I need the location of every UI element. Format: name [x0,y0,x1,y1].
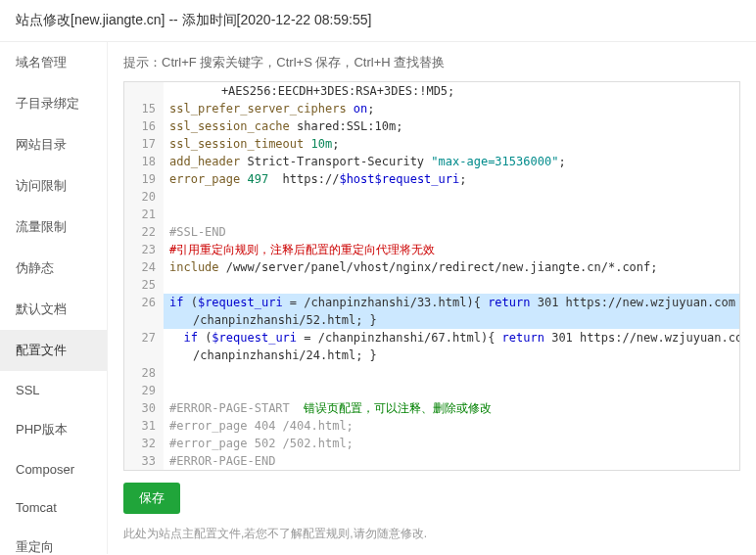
sidebar-item-5[interactable]: 伪静态 [0,248,107,289]
line-number: 20 [132,188,156,206]
line-number: 16 [132,117,156,135]
line-number [132,82,156,100]
footnote: 此处为站点主配置文件,若您不了解配置规则,请勿随意修改. [123,526,740,542]
line-number [132,347,156,364]
dialog-header: 站点修改[new.jiangte.cn] -- 添加时间[2020-12-22 … [0,0,756,42]
save-button[interactable]: 保存 [123,483,180,514]
line-number [132,311,156,329]
line-number: 24 [132,258,156,276]
sidebar-item-7[interactable]: 配置文件 [0,330,107,371]
code-line[interactable]: if ($request_uri = /chanpinzhanshi/67.ht… [164,329,740,347]
line-number: 31 [132,417,156,435]
main-panel: 提示：Ctrl+F 搜索关键字，Ctrl+S 保存，Ctrl+H 查找替换 15… [108,42,756,554]
code-line[interactable]: ssl_prefer_server_ciphers on; [164,100,740,117]
code-line[interactable]: +AES256:EECDH+3DES:RSA+3DES:!MD5; [164,82,740,100]
line-number: 22 [132,223,156,241]
code-line[interactable]: if ($request_uri = /chanpinzhanshi/33.ht… [164,294,740,311]
code-line[interactable]: #引用重定向规则，注释后配置的重定向代理将无效 [164,241,740,258]
line-number: 28 [132,364,156,382]
code-line[interactable]: /chanpinzhanshi/24.html; } [164,347,740,364]
line-number: 33 [132,452,156,470]
code-line[interactable]: add_header Strict-Transport-Security "ma… [164,153,740,170]
code-line[interactable]: #SSL-END [164,223,740,241]
code-line[interactable]: include /www/server/panel/vhost/nginx/re… [164,258,740,276]
code-area[interactable]: +AES256:EECDH+3DES:RSA+3DES:!MD5;ssl_pre… [164,82,740,470]
line-number: 32 [132,435,156,452]
sidebar: 域名管理子目录绑定网站目录访问限制流量限制伪静态默认文档配置文件SSLPHP版本… [0,42,108,554]
line-number: 15 [132,100,156,117]
sidebar-item-1[interactable]: 子目录绑定 [0,83,107,124]
code-line[interactable] [164,206,740,223]
code-line[interactable] [164,382,740,399]
tip-text: 提示：Ctrl+F 搜索关键字，Ctrl+S 保存，Ctrl+H 查找替换 [123,54,740,71]
sidebar-item-4[interactable]: 流量限制 [0,207,107,248]
line-number: 18 [132,153,156,170]
sidebar-item-2[interactable]: 网站目录 [0,124,107,165]
code-line[interactable]: #error_page 502 /502.html; [164,435,740,452]
code-line[interactable] [164,276,740,294]
line-number: 26 [132,294,156,311]
line-number: 21 [132,206,156,223]
code-line[interactable]: error_page 497 https://$host$request_uri… [164,170,740,188]
sidebar-item-12[interactable]: 重定向 [0,527,107,555]
main-container: 域名管理子目录绑定网站目录访问限制流量限制伪静态默认文档配置文件SSLPHP版本… [0,42,756,554]
code-line[interactable]: /chanpinzhanshi/52.html; } [164,311,740,329]
code-line[interactable]: #error_page 404 /404.html; [164,417,740,435]
code-line[interactable]: ssl_session_cache shared:SSL:10m; [164,117,740,135]
sidebar-item-6[interactable]: 默认文档 [0,289,107,330]
sidebar-item-3[interactable]: 访问限制 [0,165,107,207]
sidebar-item-10[interactable]: Composer [0,450,107,488]
line-number: 29 [132,382,156,399]
line-number: 19 [132,170,156,188]
sidebar-item-11[interactable]: Tomcat [0,488,107,527]
line-number: 23 [132,241,156,258]
code-editor[interactable]: 15161718192021222324252627282930313233 +… [123,81,740,471]
code-line[interactable]: ssl_session_timeout 10m; [164,135,740,153]
line-number: 30 [132,399,156,417]
code-line[interactable] [164,188,740,206]
code-line[interactable] [164,364,740,382]
line-number: 25 [132,276,156,294]
sidebar-item-8[interactable]: SSL [0,371,107,409]
dialog-title: 站点修改[new.jiangte.cn] -- 添加时间[2020-12-22 … [16,12,371,27]
code-line[interactable]: #ERROR-PAGE-END [164,452,740,470]
sidebar-item-9[interactable]: PHP版本 [0,409,107,450]
line-number: 17 [132,135,156,153]
line-gutter: 15161718192021222324252627282930313233 [124,82,164,470]
sidebar-item-0[interactable]: 域名管理 [0,42,107,83]
line-number: 27 [132,329,156,347]
code-line[interactable]: #ERROR-PAGE-START 错误页配置，可以注释、删除或修改 [164,399,740,417]
